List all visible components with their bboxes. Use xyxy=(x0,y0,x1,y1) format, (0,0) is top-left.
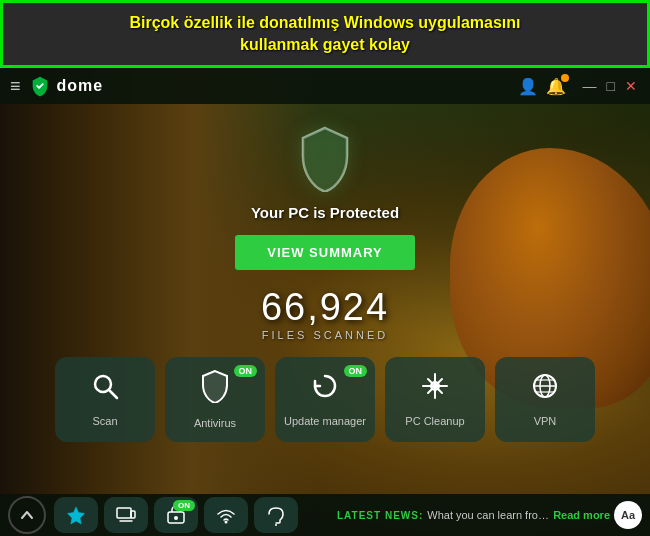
svg-point-17 xyxy=(174,516,178,520)
premium-button[interactable] xyxy=(54,497,98,533)
bottom-icons-row: ON xyxy=(54,497,331,533)
antivirus-button[interactable]: ON Antivirus xyxy=(165,357,265,442)
hamburger-menu-icon[interactable]: ≡ xyxy=(10,77,21,95)
svg-rect-13 xyxy=(117,508,131,518)
logo-area: dome xyxy=(29,75,104,97)
annotation-text: Birçok özellik ile donatılmış Windows uy… xyxy=(129,12,520,57)
read-more-link[interactable]: Read more xyxy=(553,509,610,521)
titlebar: ≡ dome 👤 🔔 — □ ✕ xyxy=(0,68,650,104)
titlebar-right: 👤 🔔 — □ ✕ xyxy=(518,77,640,96)
user-icon[interactable]: 👤 xyxy=(518,77,538,96)
maximize-button[interactable]: □ xyxy=(604,78,618,94)
svg-line-1 xyxy=(109,390,117,398)
notification-dot xyxy=(561,74,569,82)
pc-cleanup-label: PC Cleanup xyxy=(405,414,464,428)
vpn-icon xyxy=(530,371,560,408)
vpn-button[interactable]: VPN xyxy=(495,357,595,442)
shield-container xyxy=(295,124,355,196)
logo-shield-icon xyxy=(29,75,51,97)
news-text: What you can learn from a corporate malw… xyxy=(427,509,549,521)
files-scanned-label: FILES SCANNED xyxy=(262,329,388,341)
support-button[interactable] xyxy=(254,497,298,533)
app-window: ≡ dome 👤 🔔 — □ ✕ xyxy=(0,68,650,536)
files-count: 66,924 xyxy=(261,286,389,329)
svg-point-18 xyxy=(225,521,228,524)
svg-point-19 xyxy=(275,524,277,526)
notification-bell-icon[interactable]: 🔔 xyxy=(546,77,566,96)
features-row-1: Scan ON Antivirus ON xyxy=(55,357,595,442)
update-manager-button[interactable]: ON Update manager xyxy=(275,357,375,442)
minimize-button[interactable]: — xyxy=(580,78,600,94)
update-manager-label: Update manager xyxy=(284,414,366,428)
scan-button[interactable]: Scan xyxy=(55,357,155,442)
protected-status: Your PC is Protected xyxy=(251,204,399,221)
window-controls: — □ ✕ xyxy=(580,78,640,94)
scan-icon xyxy=(90,371,120,408)
news-bar: LATEST NEWS: What you can learn from a c… xyxy=(337,509,614,521)
scan-label: Scan xyxy=(92,414,117,428)
pc-cleanup-icon xyxy=(420,371,450,408)
antivirus-badge: ON xyxy=(234,365,258,377)
titlebar-left: ≡ dome xyxy=(10,75,103,97)
device-button[interactable] xyxy=(104,497,148,533)
svg-marker-12 xyxy=(68,507,85,524)
svg-rect-14 xyxy=(131,511,135,518)
accessibility-button[interactable]: Aa xyxy=(614,501,642,529)
vpn-label: VPN xyxy=(534,414,557,428)
protected-shield-icon xyxy=(295,124,355,192)
privacy-badge: ON xyxy=(173,500,195,511)
news-label: LATEST NEWS: xyxy=(337,510,423,521)
close-button[interactable]: ✕ xyxy=(622,78,640,94)
privacy-button[interactable]: ON xyxy=(154,497,198,533)
safe-wifi-button[interactable] xyxy=(204,497,248,533)
pc-cleanup-button[interactable]: PC Cleanup xyxy=(385,357,485,442)
center-content: Your PC is Protected VIEW SUMMARY 66,924… xyxy=(0,104,650,450)
bottom-bar: ON xyxy=(0,494,650,536)
update-manager-icon xyxy=(310,371,340,408)
update-manager-badge: ON xyxy=(344,365,368,377)
antivirus-icon xyxy=(200,369,230,410)
antivirus-label: Antivirus xyxy=(194,416,236,430)
view-summary-button[interactable]: VIEW SUMMARY xyxy=(235,235,415,270)
logo-text: dome xyxy=(57,77,104,95)
annotation-banner: Birçok özellik ile donatılmış Windows uy… xyxy=(0,0,650,68)
scroll-up-button[interactable] xyxy=(8,496,46,534)
